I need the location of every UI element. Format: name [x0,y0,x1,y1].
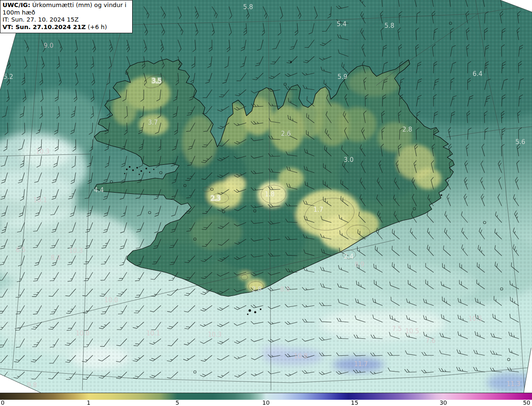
precip-value-label: 10.0 [104,296,118,304]
island [124,173,126,174]
model-id: UWC/IG: [2,2,30,8]
valid-time: VT: Sun. 27.10.2024 21Z (+6 h) [2,24,130,31]
precip-value-label: 2.3 [211,195,221,202]
island [149,172,150,173]
map-canvas: 5.85.45.85.29.05.96.43.53.72.62.85.63.01… [0,0,532,393]
island [254,311,256,313]
colorbar-tick-label: 0 [1,399,5,406]
precip-value-label: 9.0 [44,42,54,49]
precip-value-label: 5.2 [3,73,13,81]
precip-value-label: 5.6 [515,138,525,146]
island [441,194,442,196]
precip-value-label: 11.3 [507,380,520,388]
precip-value-label: 5.8 [243,3,253,11]
island [129,166,131,168]
title-box: UWC/IG: Úrkomumætti (mm) og vindur i 100… [0,0,133,33]
island [140,170,142,172]
colorbar-tick-label: 50 [523,399,530,406]
precip-value-label: 2.6 [281,130,291,137]
precip-value-label: 5.9 [337,73,347,81]
precip-value-label: 10.5 [405,328,419,335]
precip-value-label: 3.5 [152,77,162,85]
precip-value-label: 5.8 [384,22,394,29]
island [247,313,249,315]
precip-value-label: 1.7 [313,206,323,213]
island [145,168,147,169]
weather-map-page: 5.85.45.85.29.05.96.43.53.72.62.85.63.01… [0,0,532,406]
colorbar-ticks: 01510153050 [0,400,532,406]
precip-value-label: 11.7 [354,360,368,368]
colorbar-tick-label: 30 [440,399,447,406]
precip-value-label: 2.8 [402,126,412,133]
init-time: IT: Sun. 27. 10. 2024 15Z [2,16,130,24]
precip-value-label: 10.0 [76,330,89,337]
island [132,169,134,171]
precip-value-label: 5.4 [337,20,347,28]
precip-value-label: 6.5 [16,246,26,254]
island [249,309,251,312]
island [136,167,138,169]
precip-value-label: 7.5 [392,325,402,333]
precip-value-label: 10.1 [33,196,47,204]
precip-value-label: 8.0 [280,286,290,293]
precip-value-label: 4.4 [94,186,104,194]
precip-value-label: 10.3 [36,148,49,155]
valid-time-bold: VT: Sun. 27.10.2024 21Z [2,24,86,30]
precip-value-label: 10.8 [294,352,308,360]
precip-value-label: 1.8 [265,191,275,198]
island [153,169,155,170]
precip-value-label: 6.4 [473,70,483,78]
island [139,174,140,175]
precip-value-label: 7.6 [426,337,436,345]
precip-value-label: 3.0 [344,156,354,164]
precip-colorbar: 01510153050 [0,393,532,406]
precip-value-label: 2.4 [344,253,354,260]
colorbar-tick-label: 1 [87,399,91,406]
product-title: UWC/IG: Úrkomumætti (mm) og vindur i 100… [2,2,130,16]
colorbar-tick-label: 15 [351,399,358,406]
precip-value-label: 10.3 [69,247,83,254]
island [260,308,261,310]
island [126,169,128,170]
precip-value-label: 2.8 [252,286,262,293]
precip-value-label: 10.1 [146,330,160,337]
lead-time: (+6 h) [86,24,107,30]
precip-value-label: 10.5 [468,315,482,323]
precip-value-label: 8.3 [51,254,61,262]
precip-value-label: 3.7 [148,119,158,126]
colorbar-tick-label: 10 [262,399,270,406]
precip-value-label: 8.9 [355,261,365,268]
precip-value-label: 10.3 [208,331,222,338]
colorbar-tick-label: 5 [175,399,179,406]
